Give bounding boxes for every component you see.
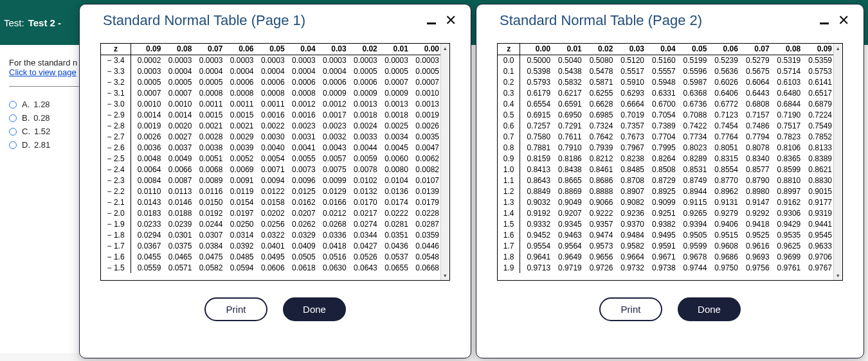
cell-value: 0.0052 [224, 153, 255, 164]
cell-value: 0.5910 [614, 76, 646, 87]
cell-value: 0.0110 [131, 186, 163, 197]
cell-value: 0.6406 [708, 87, 739, 98]
cell-value: 0.8869 [552, 186, 583, 197]
cell-value: 0.9554 [520, 240, 552, 251]
cell-value: 0.0003 [162, 55, 193, 66]
cell-value: 0.7549 [802, 120, 833, 131]
cell-value: 0.9015 [802, 186, 833, 197]
print-button[interactable]: Print [599, 297, 662, 321]
radio-icon[interactable] [9, 128, 17, 136]
col-header: 0.01 [552, 44, 583, 55]
cell-value: 0.8413 [520, 164, 552, 175]
dialog-page2: Standard Normal Table (Page 2) ✕ z0.000.… [476, 4, 864, 358]
cell-value: 0.0018 [379, 109, 410, 120]
cell-value: 0.9406 [708, 218, 739, 229]
cell-value: 0.0630 [317, 262, 348, 273]
z-table-page2: z0.000.010.020.030.040.050.060.070.080.0… [498, 44, 833, 273]
cell-value: 0.0060 [379, 153, 410, 164]
col-header: 0.08 [771, 44, 802, 55]
close-icon[interactable]: ✕ [445, 12, 457, 29]
cell-value: 0.5987 [677, 76, 709, 87]
cell-value: 0.8438 [552, 164, 583, 175]
cell-value: 0.6736 [677, 98, 709, 109]
print-button[interactable]: Print [204, 297, 267, 321]
table-row: 0.50.69150.69500.69850.70190.70540.70880… [498, 109, 833, 120]
scroll-down-icon[interactable]: ▾ [834, 271, 842, 280]
close-icon[interactable]: ✕ [838, 12, 849, 29]
cell-value: 0.6026 [708, 76, 739, 87]
col-header: 0.07 [193, 44, 224, 55]
cell-value: 0.5080 [583, 55, 615, 66]
col-header: 0.04 [286, 44, 317, 55]
dialog-page1: Standard Normal Table (Page 1) ✕ z0.090.… [79, 4, 471, 358]
cell-value: 0.0004 [286, 66, 317, 76]
choice-value: 1.28 [33, 100, 50, 109]
minimize-icon[interactable] [427, 22, 436, 24]
cell-value: 0.6808 [739, 98, 771, 109]
cell-value: 0.7324 [583, 120, 615, 131]
cell-value: 0.9625 [771, 240, 802, 251]
cell-value: 0.0559 [131, 262, 163, 273]
cell-value: 0.0262 [286, 218, 317, 229]
cell-value: 0.0495 [255, 251, 286, 262]
scrollbar[interactable]: ▴ ▾ [440, 44, 449, 280]
cell-value: 0.0102 [348, 175, 379, 186]
cell-value: 0.9292 [739, 207, 771, 218]
scrollbar[interactable]: ▴ ▾ [833, 44, 842, 280]
scroll-up-icon[interactable]: ▴ [834, 44, 842, 53]
cell-value: 0.0008 [224, 87, 255, 98]
cell-value: 0.8621 [802, 164, 833, 175]
cell-value: 0.8159 [520, 153, 552, 164]
cell-value: 0.9564 [552, 240, 583, 251]
cell-value: 0.0054 [255, 153, 286, 164]
cell-value: 0.0207 [286, 207, 317, 218]
cell-value: 0.0222 [379, 207, 410, 218]
scroll-up-icon[interactable]: ▴ [441, 44, 449, 53]
cell-value: 0.9641 [520, 251, 552, 262]
cell-value: 0.8508 [646, 164, 677, 175]
radio-icon[interactable] [9, 101, 17, 109]
cell-value: 0.7224 [802, 109, 833, 120]
cell-value: 0.8554 [708, 164, 739, 175]
done-button[interactable]: Done [678, 297, 741, 321]
radio-icon[interactable] [9, 141, 17, 149]
table-row: 0.30.61790.62170.62550.62930.63310.63680… [498, 87, 833, 98]
z-value: − 2.7 [101, 131, 131, 142]
z-value: − 3.3 [101, 66, 131, 76]
cell-value: 0.9345 [552, 218, 583, 229]
col-header: 0.00 [520, 44, 552, 55]
z-value: 0.5 [498, 109, 520, 120]
cell-value: 0.0107 [410, 175, 440, 186]
minimize-icon[interactable] [820, 22, 829, 24]
cell-value: 0.0256 [255, 218, 286, 229]
radio-icon[interactable] [9, 114, 17, 122]
cell-value: 0.0436 [379, 240, 410, 251]
cell-value: 0.0003 [224, 55, 255, 66]
cell-value: 0.0465 [162, 251, 193, 262]
cell-value: 0.0154 [224, 197, 255, 207]
table-row: 1.80.96410.96490.96560.96640.96710.96780… [498, 251, 833, 262]
scroll-down-icon[interactable]: ▾ [441, 271, 449, 280]
cell-value: 0.0017 [317, 109, 348, 120]
cell-value: 0.8485 [614, 164, 646, 175]
cell-value: 0.9251 [646, 207, 677, 218]
cell-value: 0.0010 [410, 87, 440, 98]
cell-value: 0.0071 [255, 164, 286, 175]
cell-value: 0.0075 [317, 164, 348, 175]
table-row: 1.60.94520.94630.94740.94840.94950.95050… [498, 229, 833, 240]
col-header: 0.06 [708, 44, 739, 55]
cell-value: 0.8665 [552, 175, 583, 186]
done-button[interactable]: Done [283, 297, 346, 321]
cell-value: 0.9474 [583, 229, 615, 240]
col-header: 0.07 [739, 44, 771, 55]
cell-value: 0.9656 [583, 251, 615, 262]
table-row: 0.90.81590.81860.82120.82380.82640.82890… [498, 153, 833, 164]
cell-value: 0.8643 [520, 175, 552, 186]
table-row: 0.60.72570.72910.73240.73570.73890.74220… [498, 120, 833, 131]
cell-value: 0.9732 [614, 262, 646, 273]
cell-value: 0.0013 [410, 98, 440, 109]
cell-value: 0.0139 [410, 186, 440, 197]
col-header: 0.09 [131, 44, 163, 55]
view-page-link[interactable]: Click to view page [9, 67, 77, 77]
cell-value: 0.0012 [286, 98, 317, 109]
